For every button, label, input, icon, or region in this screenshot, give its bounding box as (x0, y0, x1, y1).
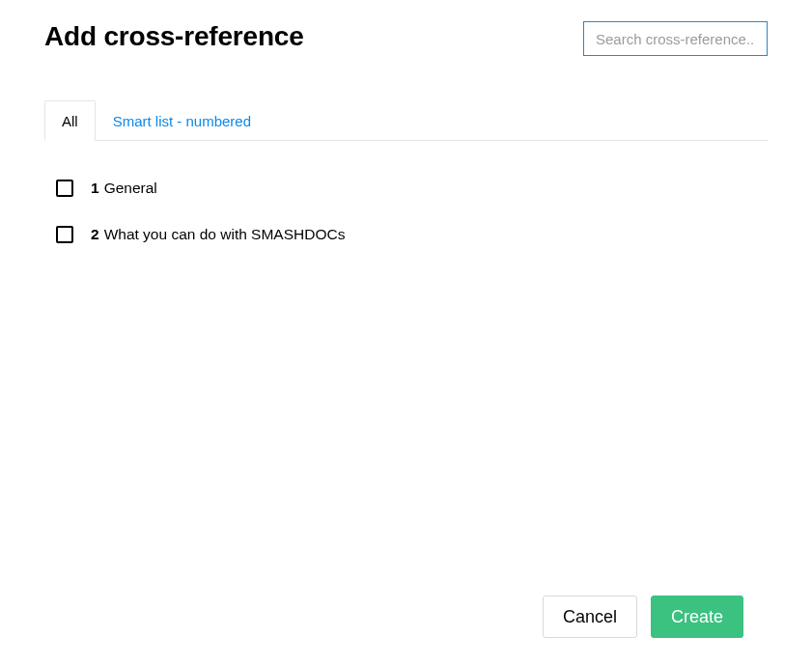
cancel-button[interactable]: Cancel (543, 596, 637, 638)
item-number: 2 (91, 226, 99, 242)
reference-list: 1General 2What you can do with SMASHDOCs (44, 141, 768, 243)
checkbox[interactable] (56, 226, 73, 243)
tab-smart-list-numbered[interactable]: Smart list - numbered (96, 100, 268, 140)
dialog-title: Add cross-reference (44, 21, 304, 52)
item-number: 1 (91, 180, 99, 196)
item-title: General (104, 180, 157, 196)
dialog-container: Add cross-reference All Smart list - num… (0, 0, 812, 243)
list-item[interactable]: 2What you can do with SMASHDOCs (56, 226, 756, 243)
checkbox[interactable] (56, 180, 73, 197)
item-title: What you can do with SMASHDOCs (104, 226, 346, 242)
tab-all[interactable]: All (44, 100, 96, 141)
header-row: Add cross-reference (44, 21, 768, 56)
list-item-label: 2What you can do with SMASHDOCs (91, 226, 345, 243)
dialog-footer: Cancel Create (543, 596, 743, 638)
create-button[interactable]: Create (651, 596, 743, 638)
tabs: All Smart list - numbered (44, 100, 768, 141)
search-input[interactable] (583, 21, 768, 56)
list-item-label: 1General (91, 180, 157, 197)
list-item[interactable]: 1General (56, 180, 756, 197)
